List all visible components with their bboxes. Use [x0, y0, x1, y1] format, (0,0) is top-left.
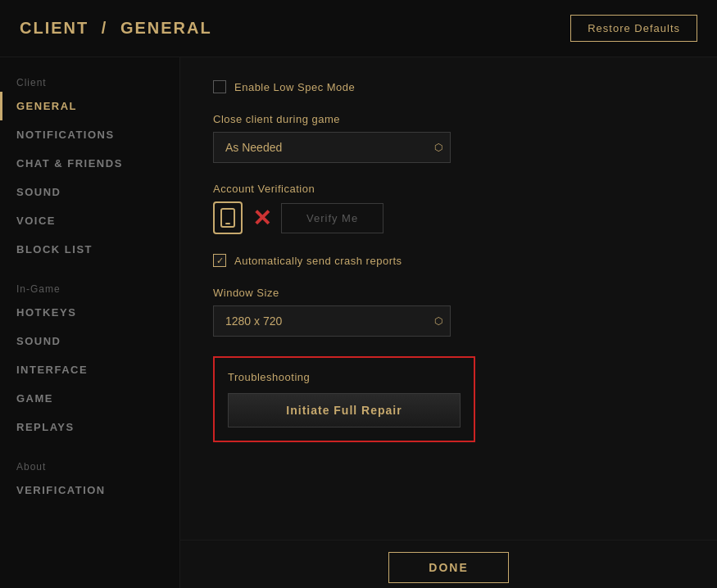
- sidebar-section-client: Client: [0, 70, 179, 92]
- sidebar-item-verification[interactable]: VERIFICATION: [0, 476, 179, 504]
- header: CLIENT / GENERAL Restore Defaults: [0, 0, 717, 57]
- done-area: DONE: [180, 540, 717, 588]
- low-spec-checkbox[interactable]: [213, 80, 226, 93]
- sidebar-item-block-list[interactable]: BLOCK LIST: [0, 235, 179, 264]
- initiate-full-repair-button[interactable]: Initiate Full Repair: [228, 393, 461, 427]
- window-size-row: Window Size 1280 x 720 1600 x 900 1920 x…: [213, 287, 684, 337]
- close-client-label: Close client during game: [213, 113, 684, 125]
- restore-defaults-button[interactable]: Restore Defaults: [570, 15, 697, 42]
- troubleshooting-label: Troubleshooting: [228, 371, 461, 383]
- title-slash: /: [102, 19, 114, 37]
- crash-reports-checkbox[interactable]: ✓: [213, 254, 226, 267]
- content-area: Enable Low Spec Mode Close client during…: [180, 57, 717, 588]
- window-size-dropdown-wrapper: 1280 x 720 1600 x 900 1920 x 1080 ⬡: [213, 305, 451, 337]
- title-client: CLIENT: [20, 19, 88, 37]
- sidebar: Client GENERAL NOTIFICATIONS CHAT & FRIE…: [0, 57, 180, 588]
- sidebar-item-sound[interactable]: SOUND: [0, 178, 179, 206]
- main-layout: Client GENERAL NOTIFICATIONS CHAT & FRIE…: [0, 57, 717, 588]
- troubleshooting-section: Troubleshooting Initiate Full Repair: [213, 356, 684, 442]
- sidebar-item-replays[interactable]: REPLAYS: [0, 413, 179, 441]
- troubleshooting-box: Troubleshooting Initiate Full Repair: [213, 356, 475, 442]
- window-size-select[interactable]: 1280 x 720 1600 x 900 1920 x 1080: [213, 305, 451, 337]
- account-verification-controls: ✕ Verify Me: [213, 201, 684, 234]
- sidebar-item-interface[interactable]: INTERFACE: [0, 355, 179, 384]
- window-size-label: Window Size: [213, 287, 684, 299]
- crash-reports-label: Automatically send crash reports: [234, 255, 402, 267]
- sidebar-section-ingame: In-Game: [0, 277, 179, 298]
- svg-rect-1: [225, 223, 230, 224]
- low-spec-label: Enable Low Spec Mode: [234, 81, 355, 93]
- account-verification-row: Account Verification ✕ Verify Me: [213, 183, 684, 234]
- page-title: CLIENT / GENERAL: [20, 19, 212, 38]
- sidebar-item-hotkeys[interactable]: HOTKEYS: [0, 298, 179, 327]
- title-general: GENERAL: [120, 19, 212, 37]
- account-verification-label: Account Verification: [213, 183, 684, 195]
- sidebar-item-sound-ig[interactable]: SOUND: [0, 327, 179, 355]
- sidebar-item-voice[interactable]: VOICE: [0, 206, 179, 235]
- verify-me-button[interactable]: Verify Me: [281, 203, 383, 233]
- phone-icon: [213, 201, 243, 234]
- close-client-dropdown-wrapper: As Needed Always Never ⬡: [213, 132, 451, 163]
- low-spec-mode-row: Enable Low Spec Mode: [213, 80, 684, 93]
- done-button[interactable]: DONE: [388, 552, 508, 583]
- close-client-select[interactable]: As Needed Always Never: [213, 132, 451, 163]
- sidebar-item-chat-friends[interactable]: CHAT & FRIENDS: [0, 149, 179, 178]
- sidebar-item-general[interactable]: GENERAL: [0, 92, 179, 120]
- close-client-row: Close client during game As Needed Alway…: [213, 113, 684, 163]
- sidebar-item-notifications[interactable]: NOTIFICATIONS: [0, 120, 179, 149]
- sidebar-item-game[interactable]: GAME: [0, 384, 179, 413]
- crash-reports-row: ✓ Automatically send crash reports: [213, 254, 684, 267]
- x-error-icon: ✕: [252, 205, 271, 232]
- sidebar-section-about: About: [0, 455, 179, 476]
